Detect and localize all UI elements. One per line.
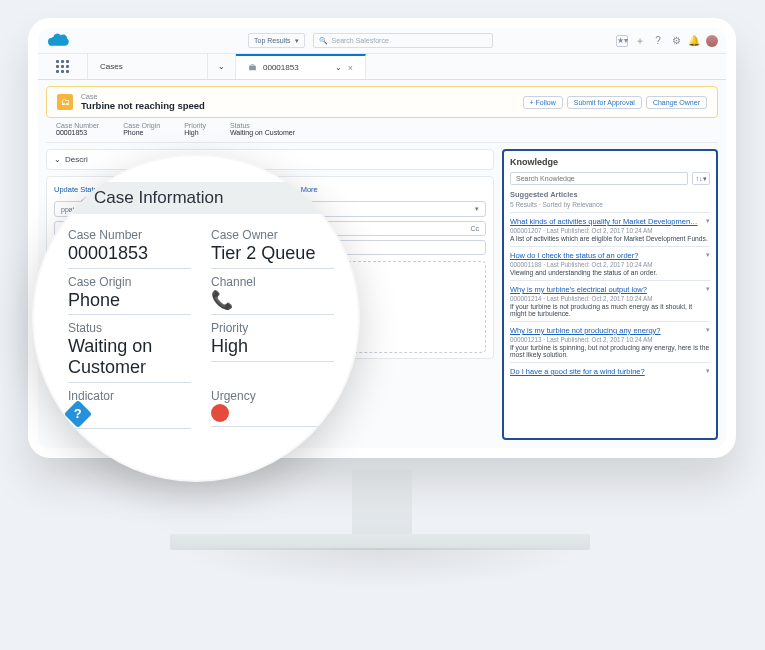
knowledge-search-input[interactable] bbox=[510, 172, 688, 185]
cc-label: Cc bbox=[470, 225, 479, 232]
record-highlights-panel: 🗂 Case Turbine not reaching speed + Foll… bbox=[46, 86, 718, 118]
case-information-zoom: Case Information Case Number 00001853 Ca… bbox=[32, 154, 360, 482]
tab-case-00001853[interactable]: 00001853 ⌄ × bbox=[236, 54, 366, 79]
urgency-status-icon bbox=[211, 404, 229, 422]
monitor-stand bbox=[352, 470, 412, 538]
monitor-shadow bbox=[170, 548, 590, 588]
tab-cases[interactable]: Cases bbox=[88, 54, 208, 79]
avatar[interactable] bbox=[706, 35, 718, 47]
knowledge-list: What kinds of activities qualify for Mar… bbox=[510, 212, 710, 380]
field-case-origin: Case Origin Phone bbox=[68, 275, 191, 316]
case-information-title: Case Information bbox=[94, 188, 223, 208]
chevron-down-icon[interactable]: ▾ bbox=[706, 326, 710, 334]
object-label: Case bbox=[81, 93, 205, 100]
tab-label: Cases bbox=[100, 62, 123, 71]
search-scope-dropdown[interactable]: Top Results ▾ bbox=[248, 33, 305, 48]
add-icon[interactable]: ＋ bbox=[634, 35, 646, 47]
global-header: Top Results ▾ 🔍 Search Salesforce ★▾ ＋ ?… bbox=[38, 28, 726, 54]
knowledge-article[interactable]: What kinds of activities qualify for Mar… bbox=[510, 212, 710, 246]
briefcase-icon bbox=[248, 63, 257, 72]
case-icon: 🗂 bbox=[57, 94, 73, 110]
knowledge-title: Knowledge bbox=[510, 157, 710, 167]
record-name: Turbine not reaching speed bbox=[81, 100, 205, 111]
field-status: Status Waiting on Customer bbox=[68, 321, 191, 382]
field-case-number: Case Number 00001853 bbox=[68, 228, 191, 269]
knowledge-panel: Knowledge ↑↓▾ Suggested Articles 5 Resul… bbox=[502, 149, 718, 440]
knowledge-sort-button[interactable]: ↑↓▾ bbox=[692, 172, 710, 185]
setup-gear-icon[interactable]: ⚙ bbox=[670, 35, 682, 47]
action-more[interactable]: More bbox=[301, 185, 318, 194]
chevron-down-icon: ⌄ bbox=[54, 155, 61, 164]
record-highlight-fields: Case Number00001853 Case OriginPhone Pri… bbox=[46, 118, 718, 143]
search-scope-label: Top Results bbox=[254, 37, 291, 44]
chevron-down-icon[interactable]: ⌄ bbox=[335, 63, 342, 72]
svg-rect-1 bbox=[251, 65, 254, 67]
knowledge-article[interactable]: How do I check the status of an order?00… bbox=[510, 246, 710, 280]
field-urgency: Urgency bbox=[211, 389, 334, 429]
knowledge-sort-meta: 5 Results · Sorted by Relevance bbox=[510, 201, 710, 208]
submit-approval-button[interactable]: Submit for Approval bbox=[567, 96, 642, 109]
chevron-down-icon[interactable]: ▾ bbox=[706, 367, 710, 375]
change-owner-button[interactable]: Change Owner bbox=[646, 96, 707, 109]
follow-button[interactable]: + Follow bbox=[523, 96, 563, 109]
field-case-owner: Case Owner Tier 2 Queue bbox=[211, 228, 334, 269]
app-launcher-icon bbox=[56, 60, 69, 73]
field-priority: Priority High bbox=[211, 321, 334, 382]
knowledge-article[interactable]: Do I have a good site for a wind turbine… bbox=[510, 362, 710, 380]
tab-label: 00001853 bbox=[263, 63, 299, 72]
description-toggle[interactable]: ⌄ Descri bbox=[54, 155, 486, 164]
knowledge-subheading: Suggested Articles bbox=[510, 190, 710, 199]
description-card: ⌄ Descri bbox=[46, 149, 494, 170]
record-actions: + Follow Submit for Approval Change Owne… bbox=[523, 96, 707, 109]
chevron-down-icon: ⌄ bbox=[218, 62, 225, 71]
case-information-fields: Case Number 00001853 Case Owner Tier 2 Q… bbox=[68, 228, 334, 429]
field-channel: Channel 📞 bbox=[211, 275, 334, 316]
tab-cases-menu[interactable]: ⌄ bbox=[208, 54, 236, 79]
chevron-down-icon[interactable]: ▾ bbox=[706, 285, 710, 293]
field-indicator: Indicator ? bbox=[68, 389, 191, 429]
description-label: Descri bbox=[65, 155, 88, 164]
app-launcher-button[interactable] bbox=[38, 54, 88, 79]
search-placeholder: Search Salesforce bbox=[332, 37, 389, 44]
chevron-down-icon[interactable]: ▾ bbox=[475, 205, 479, 213]
close-tab-icon[interactable]: × bbox=[348, 63, 353, 73]
record-title: Case Turbine not reaching speed bbox=[81, 93, 205, 111]
global-search-input[interactable]: 🔍 Search Salesforce bbox=[313, 33, 493, 48]
salesforce-logo-icon bbox=[46, 32, 72, 50]
workspace-tabs: Cases ⌄ 00001853 ⌄ × bbox=[38, 54, 726, 80]
favorites-icon[interactable]: ★▾ bbox=[616, 35, 628, 47]
search-icon: 🔍 bbox=[319, 37, 328, 45]
phone-icon: 📞 bbox=[211, 290, 233, 311]
knowledge-article[interactable]: Why is my turbine not producing any ener… bbox=[510, 321, 710, 362]
chevron-down-icon: ▾ bbox=[295, 37, 299, 45]
chevron-down-icon[interactable]: ▾ bbox=[706, 251, 710, 259]
help-icon[interactable]: ? bbox=[652, 35, 664, 47]
knowledge-article[interactable]: Why is my turbine's electrical output lo… bbox=[510, 280, 710, 321]
notifications-icon[interactable]: 🔔 bbox=[688, 35, 700, 47]
chevron-down-icon[interactable]: ▾ bbox=[706, 217, 710, 225]
header-utility-icons: ★▾ ＋ ? ⚙ 🔔 bbox=[616, 35, 718, 47]
knowledge-search-row: ↑↓▾ bbox=[510, 172, 710, 185]
